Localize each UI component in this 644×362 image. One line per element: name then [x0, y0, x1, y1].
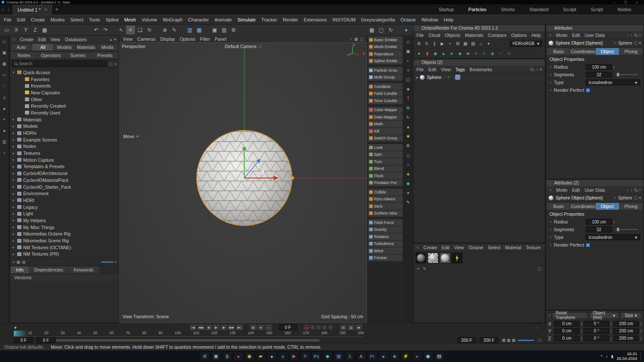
- octane-toolbar-icon[interactable]: ▪: [447, 41, 453, 47]
- octane-toolbar-icon[interactable]: ▦: [462, 41, 468, 47]
- layout-link[interactable]: Standard: [529, 7, 549, 12]
- tree-expander-icon[interactable]: ▾: [12, 70, 15, 74]
- menu-item[interactable]: Mesh: [125, 17, 136, 22]
- palette-icon[interactable]: ●: [405, 190, 411, 196]
- range-scrollbar[interactable]: [56, 339, 320, 342]
- menu-item[interactable]: Edit: [442, 245, 450, 250]
- close-button[interactable]: ×: [631, 0, 642, 4]
- menu-item[interactable]: Extensions: [304, 17, 327, 22]
- taskbar-app-icon[interactable]: ⊞: [200, 352, 210, 361]
- visibility-dots-icon[interactable]: :: [444, 75, 445, 79]
- taskbar-app-icon[interactable]: ◉: [245, 352, 254, 361]
- attribute-tab[interactable]: Basic: [547, 203, 570, 210]
- palette-icon[interactable]: ◆: [405, 180, 411, 187]
- particle-palette-item[interactable]: Turn ⋮: [368, 158, 403, 165]
- menu-item[interactable]: Databases: [65, 37, 86, 42]
- tree-expander-icon[interactable]: ▸: [12, 225, 15, 229]
- menu-item[interactable]: View: [454, 245, 464, 250]
- history-back-icon[interactable]: ‹: [627, 33, 629, 37]
- axis-y-toggle[interactable]: Y: [21, 26, 30, 34]
- size-field[interactable]: 200 cm▴▾: [613, 328, 641, 334]
- asset-subfilter-tab[interactable]: Scenes: [65, 52, 91, 59]
- object-name[interactable]: Sphere: [427, 75, 441, 80]
- keyframe-filter-icon[interactable]: ▥: [348, 324, 355, 330]
- particle-palette-item[interactable]: Color Mapper ⋮: [368, 107, 403, 114]
- previous-frame-icon[interactable]: ◀: [205, 324, 212, 330]
- collection-icon[interactable]: ▢: [109, 62, 112, 66]
- panel-grip[interactable]: ≡: [549, 188, 551, 192]
- palette-icon[interactable]: ▢: [405, 76, 411, 83]
- range-end-field[interactable]: 200 F: [457, 337, 476, 343]
- panel-options-icon[interactable]: ▾: [114, 37, 116, 42]
- list-options-icon[interactable]: ≡: [115, 62, 117, 66]
- particle-palette-item[interactable]: Reproduce ⋮: [368, 51, 403, 57]
- octane-toolbar-icon[interactable]: ●: [449, 51, 455, 57]
- reset-transform-button[interactable]: Reset Transform: [552, 312, 587, 319]
- layout-grid-icon[interactable]: ▦: [512, 338, 516, 342]
- tree-item[interactable]: Keywords: [10, 82, 119, 89]
- view-list-icon[interactable]: ≡: [12, 260, 15, 264]
- viewport-layout-icon[interactable]: ▢: [377, 26, 386, 34]
- menu-item[interactable]: Octane: [468, 245, 483, 250]
- octane-toolbar-icon[interactable]: ◆: [432, 51, 438, 57]
- render-settings-icon[interactable]: ⚙: [229, 26, 238, 34]
- palette-icon[interactable]: ★: [405, 133, 411, 139]
- menu-item[interactable]: Bookmarks: [470, 67, 492, 72]
- panel-grip[interactable]: ≡: [416, 245, 419, 250]
- tree-expander-icon[interactable]: ▸: [12, 145, 15, 148]
- octane-toolbar-icon[interactable]: ▮: [424, 51, 430, 57]
- attribute-tab[interactable]: Coordinates: [571, 48, 595, 55]
- panel-grip[interactable]: ≡: [13, 37, 15, 42]
- menu-item[interactable]: Greyscalegorilla: [361, 17, 395, 22]
- render-perfect-checkbox[interactable]: ✓: [586, 88, 590, 93]
- render-picture-viewer-icon[interactable]: ▤: [220, 26, 228, 34]
- viewport-history-icon[interactable]: ↻: [386, 26, 395, 34]
- model-mode-icon[interactable]: ▣: [1, 49, 8, 56]
- menu-item[interactable]: Edit: [38, 37, 46, 42]
- camera-menu-icon[interactable]: ▢: [258, 45, 262, 48]
- tree-item[interactable]: Recently Used: [10, 109, 119, 116]
- tree-expander-icon[interactable]: ▸: [12, 151, 15, 155]
- menu-item[interactable]: Octane: [401, 17, 416, 22]
- tree-expander-icon[interactable]: ▸: [12, 212, 15, 216]
- chevron-down-icon[interactable]: ▾: [639, 196, 641, 200]
- particle-palette-item[interactable]: Surface Attract ⋮: [368, 210, 403, 217]
- taskbar-app-icon[interactable]: ●: [413, 352, 422, 361]
- particle-palette-item[interactable]: Collide ⋮: [368, 189, 403, 196]
- viewport-solo-icon[interactable]: ●: [1, 127, 8, 134]
- panel-header[interactable]: ⋮ OctaneRender For Cinema 4D 2023.1.3: [413, 25, 545, 31]
- range-start-field-2[interactable]: 0 F: [36, 337, 55, 343]
- section-header[interactable]: Object Properties: [546, 210, 644, 218]
- animation-dot-icon[interactable]: ◇: [550, 243, 554, 247]
- octane-toolbar-icon[interactable]: ∷: [506, 51, 512, 57]
- slider-handle[interactable]: [617, 72, 620, 77]
- menu-item[interactable]: Create: [423, 245, 437, 250]
- keyframe-mode-icon[interactable]: ▦: [250, 324, 257, 330]
- panel-header[interactable]: ⋮ Attributes (2): [546, 180, 644, 186]
- search-icon[interactable]: [634, 188, 637, 191]
- particle-palette-item[interactable]: Time Condition ⋮: [368, 97, 403, 104]
- edges-mode-icon[interactable]: △: [1, 94, 8, 100]
- taskbar-app-icon[interactable]: P: [301, 352, 310, 361]
- taskbar-app-icon[interactable]: ▦: [334, 352, 343, 361]
- tree-expander-icon[interactable]: ▸: [12, 124, 15, 128]
- section-header[interactable]: Object Properties: [546, 55, 644, 63]
- menu-item[interactable]: Display: [160, 36, 175, 42]
- particle-palette-item[interactable]: Flock ⋮: [368, 172, 403, 179]
- type-dropdown[interactable]: Icosahedron ▾: [586, 234, 640, 240]
- history-forward-icon[interactable]: ›: [631, 33, 632, 37]
- menu-item[interactable]: Character: [188, 17, 209, 22]
- asset-filter-tab[interactable]: All: [32, 44, 53, 51]
- octane-toolbar-icon[interactable]: ⌂: [478, 41, 484, 47]
- thumbnail-zoom-slider[interactable]: [101, 262, 113, 262]
- octane-toolbar-icon[interactable]: ▶: [439, 41, 445, 47]
- octane-toolbar-icon[interactable]: ⚙: [416, 41, 422, 47]
- taskbar-app-icon[interactable]: ▶: [290, 352, 299, 361]
- menu-item[interactable]: Texture: [526, 245, 541, 250]
- rotation-field[interactable]: 0 °▴▾: [583, 328, 612, 334]
- tree-expander-icon[interactable]: ▸: [12, 218, 15, 222]
- rotate-tool-icon[interactable]: ↻: [145, 26, 154, 34]
- particle-palette-item[interactable]: Look ⋮: [368, 144, 403, 151]
- taskbar-app-icon[interactable]: Ps: [312, 352, 321, 361]
- taskbar-app-icon[interactable]: A: [357, 352, 366, 361]
